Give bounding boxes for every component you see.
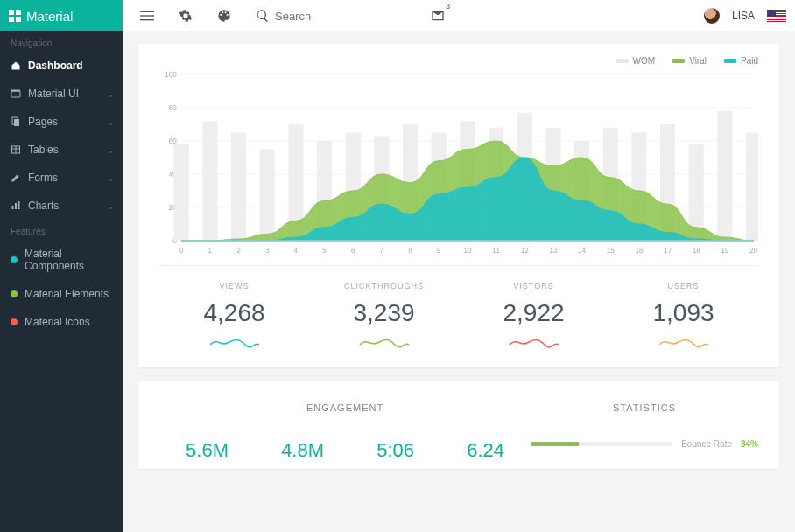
stat-label: USERS bbox=[609, 282, 758, 290]
chevron-down-icon: ⌄ bbox=[107, 201, 114, 211]
legend-item: WOM bbox=[616, 56, 656, 66]
sidebar-feature-material-components[interactable]: Material Components bbox=[0, 240, 123, 280]
avatar[interactable] bbox=[704, 8, 720, 24]
sidebar-item-label: Material Elements bbox=[25, 288, 109, 300]
stat-value: 1,093 bbox=[609, 299, 758, 327]
sidebar-item-label: Charts bbox=[28, 200, 59, 212]
svg-text:2: 2 bbox=[236, 246, 241, 255]
stats-row: VIEWS 4,268 CLICKTHROUGHS 3,239 VISTORS … bbox=[159, 265, 758, 350]
pages-icon bbox=[11, 116, 21, 127]
svg-rect-0 bbox=[9, 10, 14, 15]
stat-label: VIEWS bbox=[159, 282, 309, 290]
menu-icon[interactable] bbox=[140, 9, 154, 23]
legend-item: Viral bbox=[672, 56, 707, 66]
sidebar-feature-material-elements[interactable]: Material Elements bbox=[0, 280, 123, 308]
svg-text:80: 80 bbox=[169, 103, 177, 113]
svg-rect-15 bbox=[15, 203, 17, 209]
app-icon bbox=[11, 88, 21, 99]
gear-icon[interactable] bbox=[179, 9, 193, 23]
svg-rect-14 bbox=[12, 206, 14, 209]
sidebar-item-label: Material Components bbox=[25, 248, 112, 272]
svg-text:100: 100 bbox=[165, 71, 177, 79]
sidebar-item-label: Forms bbox=[28, 172, 58, 184]
svg-text:13: 13 bbox=[549, 246, 557, 255]
username[interactable]: LISA bbox=[732, 10, 755, 22]
sidebar-item-label: Material Icons bbox=[25, 316, 90, 328]
svg-rect-30 bbox=[202, 121, 217, 241]
svg-text:4: 4 bbox=[294, 246, 299, 255]
engagement-value: 5.6M bbox=[186, 439, 229, 462]
sparkline-icon bbox=[658, 336, 710, 350]
svg-rect-1 bbox=[16, 10, 21, 15]
svg-rect-6 bbox=[140, 19, 154, 20]
sidebar-item-pages[interactable]: Pages⌄ bbox=[0, 108, 123, 136]
svg-rect-5 bbox=[140, 15, 154, 16]
svg-text:7: 7 bbox=[380, 246, 384, 255]
stat-label: CLICKTHROUGHS bbox=[309, 282, 459, 290]
svg-text:10: 10 bbox=[463, 246, 471, 255]
stat-clickthroughs: CLICKTHROUGHS 3,239 bbox=[309, 282, 459, 350]
svg-text:15: 15 bbox=[607, 246, 615, 255]
svg-text:16: 16 bbox=[635, 246, 643, 255]
svg-rect-7 bbox=[11, 91, 20, 97]
topbar: Material 3 LISA bbox=[0, 0, 795, 32]
svg-text:9: 9 bbox=[437, 246, 441, 255]
flag-us-icon[interactable] bbox=[767, 10, 786, 22]
chart-icon bbox=[11, 200, 21, 211]
svg-rect-32 bbox=[260, 150, 275, 242]
search-input[interactable] bbox=[275, 10, 345, 23]
search-icon[interactable] bbox=[256, 9, 270, 23]
statistics-title: STATISTICS bbox=[531, 402, 758, 413]
logo-icon bbox=[9, 10, 21, 22]
sidebar-item-dashboard[interactable]: Dashboard bbox=[0, 52, 123, 80]
dot-icon bbox=[11, 290, 18, 298]
sidebar-item-tables[interactable]: Tables⌄ bbox=[0, 136, 123, 164]
svg-rect-3 bbox=[16, 17, 21, 22]
stat-row-label: Bounce Rate bbox=[681, 439, 732, 449]
sidebar-item-material-ui[interactable]: Material UI⌄ bbox=[0, 80, 123, 108]
sidebar-item-charts[interactable]: Charts⌄ bbox=[0, 192, 123, 220]
svg-text:11: 11 bbox=[492, 246, 500, 255]
stat-label: VISTORS bbox=[459, 282, 609, 290]
svg-rect-16 bbox=[18, 201, 20, 209]
mail-badge: 3 bbox=[446, 2, 450, 10]
svg-text:5: 5 bbox=[322, 246, 327, 255]
svg-text:19: 19 bbox=[721, 246, 728, 255]
sidebar-item-label: Pages bbox=[28, 116, 58, 128]
svg-rect-4 bbox=[140, 11, 154, 12]
sidebar-item-forms[interactable]: Forms⌄ bbox=[0, 164, 123, 192]
svg-text:12: 12 bbox=[521, 246, 529, 255]
dot-icon bbox=[11, 256, 18, 263]
sidebar-feature-material-icons[interactable]: Material Icons bbox=[0, 308, 123, 336]
svg-text:17: 17 bbox=[664, 246, 672, 255]
brand[interactable]: Material bbox=[0, 0, 123, 32]
palette-icon[interactable] bbox=[217, 9, 231, 23]
engagement-value: 6.24 bbox=[467, 439, 504, 462]
stat-value: 2,922 bbox=[459, 299, 609, 327]
mail-icon[interactable]: 3 bbox=[431, 9, 445, 23]
stat-users: USERS 1,093 bbox=[609, 282, 758, 350]
edit-icon bbox=[11, 172, 21, 183]
svg-rect-29 bbox=[174, 144, 189, 241]
stat-vistors: VISTORS 2,922 bbox=[459, 282, 609, 350]
home-icon bbox=[11, 60, 21, 71]
chevron-down-icon: ⌄ bbox=[107, 173, 114, 183]
svg-text:8: 8 bbox=[408, 246, 412, 255]
sidebar: Navigation DashboardMaterial UI⌄Pages⌄Ta… bbox=[0, 32, 123, 532]
svg-text:1: 1 bbox=[208, 246, 213, 255]
sparkline-icon bbox=[358, 336, 411, 350]
content: WOMViralPaid 020406080100012345678910111… bbox=[123, 32, 795, 532]
stat-row: Bounce Rate 34% bbox=[531, 439, 758, 449]
svg-text:3: 3 bbox=[265, 246, 270, 255]
main-chart-card: WOMViralPaid 020406080100012345678910111… bbox=[138, 44, 779, 368]
svg-rect-8 bbox=[11, 90, 20, 92]
sidebar-item-label: Tables bbox=[28, 144, 59, 156]
legend-item: Paid bbox=[724, 56, 758, 66]
svg-rect-2 bbox=[9, 17, 14, 22]
chevron-down-icon: ⌄ bbox=[107, 89, 114, 99]
stat-views: VIEWS 4,268 bbox=[159, 282, 309, 350]
sidebar-item-label: Material UI bbox=[28, 88, 79, 100]
chevron-down-icon: ⌄ bbox=[107, 145, 114, 155]
svg-rect-31 bbox=[231, 133, 246, 242]
main-chart: 0204060801000123456789101112131415161718… bbox=[159, 71, 758, 255]
